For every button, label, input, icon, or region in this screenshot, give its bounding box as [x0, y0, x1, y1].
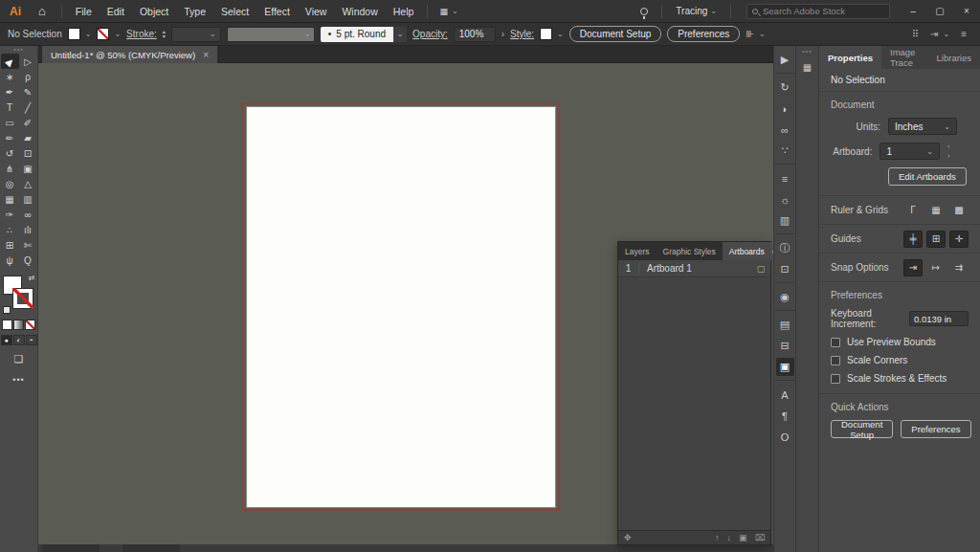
- discover-lightbulb-icon[interactable]: [640, 8, 648, 15]
- move-up-icon[interactable]: ↑: [715, 533, 720, 542]
- free-transform-tool[interactable]: ▣: [19, 161, 37, 176]
- stroke-indicator-none[interactable]: [13, 289, 33, 308]
- fill-color-control[interactable]: ⌄: [68, 28, 92, 40]
- quick-preferences-button[interactable]: Preferences: [901, 420, 970, 438]
- history-icon[interactable]: ⊡: [776, 260, 794, 278]
- align-options-control[interactable]: ⊪ ⌄: [746, 29, 765, 39]
- close-icon[interactable]: ×: [203, 50, 209, 60]
- chevron-down-icon[interactable]: ⌄: [452, 7, 458, 15]
- asset-export-icon[interactable]: ⊟: [776, 337, 794, 355]
- menu-item[interactable]: Help: [386, 6, 422, 17]
- stroke-color-control[interactable]: ⌄: [97, 28, 121, 40]
- new-artboard-icon[interactable]: ▣: [739, 533, 747, 542]
- stroke-label[interactable]: Stroke:: [126, 29, 157, 39]
- menu-item[interactable]: Object: [132, 6, 176, 17]
- show-transparency-grid-icon[interactable]: ▩: [949, 202, 969, 219]
- delete-artboard-icon[interactable]: ⌧: [755, 533, 765, 542]
- magic-wand-tool[interactable]: ∗: [1, 69, 19, 84]
- artboard-list-item[interactable]: 1 Artboard 1 ▢: [618, 260, 770, 277]
- preference-checkbox[interactable]: Scale Corners: [831, 355, 969, 365]
- pen-tool[interactable]: ✒: [1, 84, 19, 99]
- style-control[interactable]: ⌄: [540, 28, 564, 40]
- image-trace-icon[interactable]: ◗: [776, 99, 794, 118]
- color-button[interactable]: [2, 320, 12, 330]
- lock-guides-icon[interactable]: ⊞: [926, 231, 946, 248]
- style-label[interactable]: Style:: [510, 29, 534, 39]
- panel-menu-icon[interactable]: ≡: [961, 29, 967, 39]
- checkbox-icon[interactable]: [831, 374, 840, 384]
- rectangle-tool[interactable]: ▭: [1, 115, 19, 130]
- tab-libraries[interactable]: Libraries: [928, 46, 980, 69]
- character-panel-icon[interactable]: A: [776, 386, 794, 404]
- appearance-icon[interactable]: ☼: [776, 190, 794, 209]
- paragraph-panel-icon[interactable]: ¶: [776, 407, 794, 425]
- eraser-tool[interactable]: ▰: [19, 130, 37, 145]
- show-guides-icon[interactable]: ╪: [903, 231, 923, 248]
- move-down-icon[interactable]: ↓: [727, 533, 732, 542]
- arrange-documents-icon[interactable]: ▦: [439, 7, 449, 16]
- brushes-icon[interactable]: ↻: [776, 78, 794, 97]
- selection-tool[interactable]: ▶: [1, 54, 19, 69]
- draw-normal-mode[interactable]: ●: [1, 335, 12, 345]
- rotate-tool[interactable]: ↺: [1, 145, 19, 161]
- toolbar-drag-handle[interactable]: •••: [0, 46, 37, 54]
- artboard[interactable]: [247, 107, 555, 507]
- chevron-down-icon[interactable]: ⌄: [85, 30, 92, 38]
- preference-checkbox[interactable]: Scale Strokes & Effects: [831, 373, 969, 384]
- curvature-tool[interactable]: ✎: [19, 84, 37, 99]
- style-swatch[interactable]: [540, 28, 552, 40]
- stroke-weight-dropdown[interactable]: ⌄: [171, 27, 221, 42]
- search-input[interactable]: [763, 6, 878, 16]
- chevron-down-icon[interactable]: ⌄: [557, 30, 564, 38]
- snap-options-icon[interactable]: ⇥: [930, 29, 938, 39]
- menu-item[interactable]: Edit: [100, 6, 132, 17]
- lasso-tool[interactable]: ρ: [19, 69, 37, 84]
- scale-tool[interactable]: ⊡: [19, 145, 37, 161]
- menu-item[interactable]: View: [298, 6, 335, 17]
- units-dropdown[interactable]: Inches ⌄: [888, 118, 957, 135]
- blend-tool[interactable]: ∞: [19, 207, 37, 222]
- menu-item[interactable]: Window: [334, 6, 385, 17]
- stroke-swatch-none[interactable]: [97, 28, 109, 40]
- artboard-tool[interactable]: ⊞: [1, 237, 19, 253]
- expand-dock-icon[interactable]: ▶: [776, 51, 794, 69]
- collapsed-panel-icon[interactable]: ▦: [798, 58, 816, 77]
- opacity-label[interactable]: Opacity:: [412, 29, 448, 39]
- artboard-page-icon[interactable]: ▢: [751, 264, 770, 274]
- tab-artboards[interactable]: Artboards: [723, 242, 771, 260]
- select-similar-icon[interactable]: ⠿: [912, 29, 919, 39]
- slice-tool[interactable]: ✄: [19, 237, 37, 253]
- symbols-icon[interactable]: ∵: [776, 142, 794, 160]
- screen-mode-icon[interactable]: ❏: [0, 353, 37, 365]
- fill-stroke-indicator[interactable]: ⇄: [3, 274, 35, 314]
- zoom-tool[interactable]: Q: [19, 253, 37, 268]
- mesh-tool[interactable]: ▦: [1, 191, 19, 207]
- draw-behind-mode[interactable]: ◐: [13, 335, 25, 345]
- preference-checkbox[interactable]: Use Preview Bounds: [831, 337, 969, 347]
- close-button[interactable]: ×: [953, 0, 980, 22]
- dock-drag-handle[interactable]: •••: [796, 48, 818, 55]
- swap-fill-stroke-icon[interactable]: ⇄: [29, 274, 35, 282]
- none-button[interactable]: [25, 320, 35, 330]
- gradient-tool[interactable]: ▥: [19, 191, 37, 207]
- shape-builder-tool[interactable]: ◎: [1, 176, 19, 191]
- artboard-prev-next-icons[interactable]: ‹ ›: [947, 142, 969, 161]
- opentype-panel-icon[interactable]: O: [776, 428, 794, 446]
- home-icon[interactable]: ⌂: [29, 4, 56, 18]
- chevron-down-icon[interactable]: ⌄: [759, 30, 766, 38]
- artboards-panel-icon[interactable]: ▣: [776, 358, 794, 376]
- snap-to-grid-icon[interactable]: ⇥: [903, 259, 923, 276]
- shaper-tool[interactable]: ✏: [1, 130, 19, 145]
- checkbox-icon[interactable]: [831, 338, 840, 347]
- edit-artboards-button[interactable]: Edit Artboards: [888, 167, 967, 186]
- eyedropper-tool[interactable]: ✑: [1, 207, 19, 222]
- preferences-button[interactable]: Preferences: [667, 26, 740, 42]
- tab-properties[interactable]: Properties: [819, 46, 881, 69]
- artboard-name[interactable]: Artboard 1: [639, 263, 751, 274]
- show-grid-icon[interactable]: ▦: [926, 202, 946, 219]
- document-setup-button[interactable]: Document Setup: [569, 26, 662, 42]
- links-icon[interactable]: ∞: [776, 121, 794, 139]
- variable-width-profile-dropdown[interactable]: ⌄: [227, 27, 315, 42]
- opacity-value-field[interactable]: 100%: [454, 27, 496, 42]
- rearrange-artboards-icon[interactable]: ✥: [624, 533, 632, 542]
